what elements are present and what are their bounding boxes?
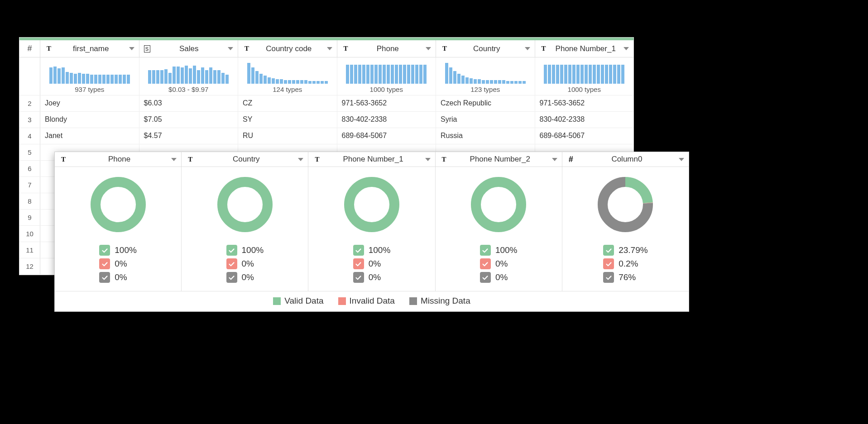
quality-stats: 100%0%0% [99, 242, 137, 286]
table-cell[interactable]: Syria [436, 112, 535, 128]
column-header-phone[interactable]: TPhone [337, 40, 436, 57]
table-cell[interactable]: $7.05 [139, 112, 239, 128]
column-header-phone-number_1[interactable]: TPhone Number_1 [535, 40, 634, 57]
stat-invalid: 0% [226, 258, 264, 269]
check-icon [226, 245, 237, 256]
column-profile-country-code[interactable]: 124 types [238, 57, 337, 95]
quality-stats: 23.79%0.2%76% [603, 242, 647, 286]
column-header-sales[interactable]: SSales [139, 40, 239, 57]
table-cell[interactable]: Janet [40, 128, 139, 144]
distribution-label: 124 types [242, 86, 333, 93]
table-row[interactable]: 4Janet$4.57RU689-684-5067Russia689-684-5… [19, 128, 633, 144]
type-icon: S [144, 45, 150, 52]
check-icon [603, 245, 614, 256]
stat-missing-value: 0% [369, 272, 381, 282]
chevron-down-icon[interactable] [623, 47, 629, 50]
stat-valid: 100% [480, 245, 518, 256]
chevron-down-icon[interactable] [171, 158, 177, 161]
column-headers-row: # Tfirst_nameSSalesTCountry codeTPhoneTC… [19, 40, 633, 57]
stat-valid-value: 23.79% [619, 245, 647, 255]
stat-valid: 100% [99, 245, 137, 256]
check-icon [99, 272, 110, 283]
quality-column-header-phone[interactable]: TPhone [55, 152, 182, 167]
column-name: Country [452, 44, 521, 53]
distribution-label: 937 types [44, 86, 135, 93]
column-name: Phone Number_1 [325, 155, 421, 164]
check-icon [603, 258, 614, 269]
quality-cell-column0: 23.79%0.2%76% [562, 167, 689, 291]
column-profile-sales[interactable]: $0.03 - $9.97 [139, 57, 239, 95]
column-profile-phone-number_1[interactable]: 1000 types [535, 57, 634, 95]
row-number: 6 [19, 161, 40, 176]
stat-invalid: 0.2% [603, 258, 647, 269]
row-number: 12 [19, 258, 40, 274]
row-number: 11 [19, 242, 40, 258]
check-icon [480, 258, 491, 269]
chevron-down-icon[interactable] [129, 47, 134, 50]
row-number: 2 [19, 95, 40, 111]
chevron-down-icon[interactable] [525, 47, 530, 50]
type-icon: T [441, 45, 449, 53]
table-cell[interactable]: SY [238, 112, 337, 128]
chevron-down-icon[interactable] [298, 158, 303, 161]
column-profile-country[interactable]: 123 types [436, 57, 535, 95]
chevron-down-icon[interactable] [327, 47, 332, 50]
check-icon [353, 272, 364, 283]
stat-valid-value: 100% [115, 245, 137, 255]
table-cell[interactable]: 971-563-3652 [337, 95, 436, 111]
column-header-country-code[interactable]: TCountry code [238, 40, 337, 57]
quality-column-header-country[interactable]: TCountry [182, 152, 308, 167]
stat-valid-value: 100% [369, 245, 391, 255]
table-cell[interactable]: 830-402-2338 [337, 112, 436, 128]
column-profile-phone[interactable]: 1000 types [337, 57, 436, 95]
stat-invalid-value: 0% [369, 259, 381, 269]
svg-point-3 [476, 182, 521, 227]
distribution-label: $0.03 - $9.97 [143, 86, 235, 93]
chevron-down-icon[interactable] [426, 47, 431, 50]
table-row[interactable]: 3Blondy$7.05SY830-402-2338Syria830-402-2… [19, 112, 633, 128]
table-cell[interactable]: Czech Republic [436, 95, 535, 111]
column-name: Sales [154, 44, 225, 53]
check-icon [603, 272, 614, 283]
column-name: Country [198, 155, 294, 164]
table-cell[interactable]: 689-684-5067 [337, 128, 436, 144]
column-name: Phone [71, 155, 168, 164]
table-cell[interactable]: $6.03 [139, 95, 239, 111]
column-profile-first_name[interactable]: 937 types [40, 57, 139, 95]
table-cell[interactable]: Russia [436, 128, 535, 144]
chevron-down-icon[interactable] [425, 158, 431, 161]
quality-column-header-phone-number_2[interactable]: TPhone Number_2 [436, 152, 562, 167]
table-cell[interactable]: CZ [238, 95, 337, 111]
table-cell[interactable]: 830-402-2338 [535, 112, 634, 128]
distribution-bars [44, 62, 135, 84]
table-cell[interactable]: 971-563-3652 [535, 95, 634, 111]
distribution-bars [242, 62, 333, 84]
check-icon [99, 258, 110, 269]
column-header-country[interactable]: TCountry [436, 40, 535, 57]
distribution-bars [440, 62, 531, 84]
quality-column-header-column0[interactable]: #Column0 [562, 152, 689, 167]
column-profile-row: 937 types$0.03 - $9.97124 types1000 type… [19, 57, 633, 95]
table-row[interactable]: 2Joey$6.03CZ971-563-3652Czech Republic97… [19, 95, 633, 112]
table-cell[interactable]: $4.57 [139, 128, 239, 144]
distribution-bars [539, 62, 630, 84]
table-cell[interactable]: 689-684-5067 [535, 128, 634, 144]
type-icon: T [313, 155, 321, 163]
stat-missing: 0% [353, 272, 391, 283]
table-cell[interactable]: Joey [40, 95, 139, 111]
stat-missing-value: 0% [242, 272, 254, 282]
stat-invalid-value: 0% [242, 259, 254, 269]
table-cell[interactable]: Blondy [40, 112, 139, 128]
quality-donut [342, 175, 401, 234]
chevron-down-icon[interactable] [552, 158, 557, 161]
distribution-label: 123 types [440, 86, 531, 93]
distribution-bars [341, 62, 432, 84]
quality-column-header-phone-number_1[interactable]: TPhone Number_1 [308, 152, 435, 167]
chevron-down-icon[interactable] [228, 47, 233, 50]
check-icon [226, 258, 237, 269]
legend-invalid-swatch [338, 297, 346, 305]
quality-donut [596, 175, 655, 234]
column-header-first_name[interactable]: Tfirst_name [40, 40, 139, 57]
table-cell[interactable]: RU [238, 128, 337, 144]
chevron-down-icon[interactable] [679, 158, 684, 161]
